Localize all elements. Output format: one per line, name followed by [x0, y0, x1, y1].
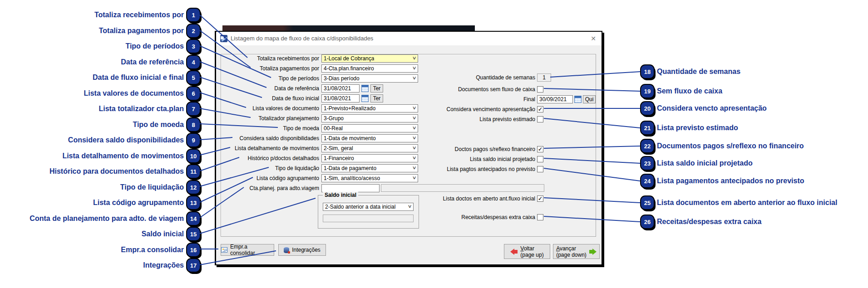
field-label: Lista código agrupamento: [216, 174, 319, 182]
chevron-down-icon: ∨: [412, 55, 416, 60]
integracoes-button[interactable]: Integrações: [278, 244, 326, 256]
callout-12: Tipo de liquidação12: [0, 180, 200, 195]
quantidade-semanas-field: 1: [537, 73, 551, 82]
field-label: Lista previsto estimado: [216, 116, 535, 123]
callout-7: Lista totalizador cta.plan7: [0, 102, 200, 116]
field-label: Quantidade de semanas: [216, 74, 535, 81]
doctos-pagos-checkbox[interactable]: ✓: [537, 146, 543, 152]
callout-5: Data de fluxo inicial e final5: [0, 70, 200, 85]
callout-badge: 19: [641, 85, 654, 98]
callout-20: 20Considera vencto apresentação: [641, 101, 767, 116]
saldo-inicial-select[interactable]: 2-Saldo anterior a data inicial ∨: [323, 203, 414, 211]
green-right-arrow-icon: [589, 249, 597, 255]
calendar-icon[interactable]: [574, 96, 582, 103]
callout-badge: 2: [187, 24, 200, 37]
callout-badge: 25: [641, 196, 654, 209]
app-icon: [220, 35, 227, 42]
callout-badge: 5: [187, 71, 200, 84]
callout-badge: 14: [187, 212, 200, 225]
callout-badge: 18: [641, 65, 654, 78]
voltar-button[interactable]: Voltar(page up): [504, 244, 550, 259]
callout-26: 26Receitas/despesas extra caixa: [641, 215, 761, 229]
callout-badge: 23: [641, 157, 654, 170]
callout-badge: 6: [187, 87, 200, 100]
callout-9: Considera saldo disponibilidades9: [0, 133, 200, 147]
dialog-listagem-fluxo-caixa: Listagem do mapa de fluxo de caixa c/dis…: [215, 31, 602, 265]
field-label: Considera saldo disponibilidades: [216, 134, 319, 142]
avancar-button[interactable]: Avançar(page down): [553, 244, 600, 259]
callout-6: Lista valores de documentos6: [0, 86, 200, 101]
field-label: Doctos pagos s/reflexo financeiro: [216, 146, 535, 153]
cta-planej-descricao-field: [381, 184, 544, 192]
totaliza-pagamentos-select[interactable]: 4-Cta.plan.financeiro ∨: [321, 64, 418, 73]
callout-11: Histórico para documentos detalhados11: [0, 164, 200, 179]
callout-badge: 8: [187, 118, 200, 131]
callout-14: Conta de planejamento para adto. de viag…: [0, 211, 200, 226]
callout-badge: 3: [187, 40, 200, 53]
callout-16: Empr.a consolidar16: [0, 243, 200, 257]
field-label: Totaliza recebimentos por: [216, 54, 319, 63]
callout-23: 23Lista saldo inicial projetado: [641, 156, 753, 171]
field-label: Considera vencimento apresentação: [216, 106, 535, 113]
screenshot-canvas: Listagem do mapa de fluxo de caixa c/dis…: [0, 0, 868, 288]
callout-badge: 21: [641, 122, 654, 134]
field-label: Lista saldo inicial projetado: [216, 156, 535, 163]
field-label: Documentos sem fluxo de caixa: [216, 86, 535, 93]
callout-badge: 17: [187, 259, 200, 272]
database-icon: [284, 247, 289, 253]
callout-badge: 1: [187, 9, 200, 21]
callout-4: Data de referência4: [0, 55, 200, 69]
title-bar: Listagem do mapa de fluxo de caixa c/dis…: [216, 32, 602, 45]
callout-22: 22Documentos pagos s/reflexo no financei…: [641, 139, 804, 153]
callout-badge: 15: [187, 228, 200, 240]
field-label: Final: [216, 96, 535, 103]
callout-badge: 20: [641, 102, 654, 115]
totaliza-recebimentos-select[interactable]: 1-Local de Cobrança ∨: [321, 54, 418, 63]
dialog-title: Listagem do mapa de fluxo de caixa c/dis…: [231, 35, 373, 42]
callout-badge: 12: [187, 181, 200, 194]
saldo-projetado-checkbox[interactable]: [537, 156, 543, 162]
tipo-moeda-select[interactable]: 00-Real ∨: [321, 124, 418, 132]
field-label: Lista doctos em aberto ant.fluxo inicial: [216, 195, 535, 202]
callout-18: 18Quantidade de semanas: [641, 64, 740, 79]
callout-badge: 22: [641, 140, 654, 152]
callout-25: 25Lista documentos em aberto anterior ao…: [641, 195, 837, 210]
pagtos-antecipados-checkbox[interactable]: [537, 166, 543, 172]
weekday-button[interactable]: Qui: [583, 95, 596, 103]
callout-badge: 7: [187, 103, 200, 115]
chevron-down-icon: ∨: [412, 135, 416, 140]
callout-17: Integrações17: [0, 258, 200, 273]
lista-previsto-checkbox[interactable]: [537, 116, 543, 122]
callout-13: Lista código agrupamento13: [0, 195, 200, 210]
callout-8: Tipo de moeda8: [0, 117, 200, 132]
data-final-input[interactable]: 30/09/2021: [537, 95, 573, 103]
field-label: Tipo de moeda: [216, 124, 319, 132]
field-label: Lista pagtos antecipados no previsto: [216, 166, 535, 173]
callout-badge: 11: [187, 165, 200, 178]
chevron-down-icon: ∨: [412, 175, 416, 180]
cta-planej-adto-viagem-input[interactable]: [321, 184, 380, 192]
callout-2: Totaliza pagamentos por2: [0, 24, 200, 38]
considera-vencimento-checkbox[interactable]: ✓: [537, 106, 543, 112]
callout-badge: 13: [187, 196, 200, 209]
callout-badge: 24: [641, 175, 654, 187]
lista-codigo-agrupamento-select[interactable]: 1-Sim, analítico/acesso ∨: [321, 174, 418, 182]
considera-saldo-select[interactable]: 1-Data de movimento ∨: [321, 134, 418, 142]
callout-badge: 16: [187, 244, 200, 256]
empresa-consolidar-button[interactable]: Empr.a consolidar: [221, 244, 274, 256]
close-icon[interactable]: ✕: [591, 35, 596, 42]
field-label: Receitas/despesas extra caixa: [216, 214, 535, 221]
callout-15: Saldo inicial15: [0, 227, 200, 241]
doctos-aberto-checkbox[interactable]: ✓: [537, 195, 543, 202]
chevron-down-icon: ∨: [412, 125, 416, 130]
callout-1: Totaliza recebimentos por1: [0, 8, 200, 22]
sem-fluxo-checkbox[interactable]: [537, 86, 543, 93]
receitas-extra-caixa-checkbox[interactable]: [537, 214, 543, 220]
callout-10: Lista detalhamento de movimentos10: [0, 149, 200, 163]
field-label: Cta.planej. para adto.viagem: [216, 184, 319, 192]
red-left-arrow-icon: [510, 249, 518, 255]
callout-badge: 26: [641, 215, 654, 228]
callout-21: 21Lista previsto estimado: [641, 121, 738, 135]
list-icon: [221, 247, 227, 253]
callout-24: 24Lista pagamentos antecipados no previs…: [641, 174, 804, 188]
